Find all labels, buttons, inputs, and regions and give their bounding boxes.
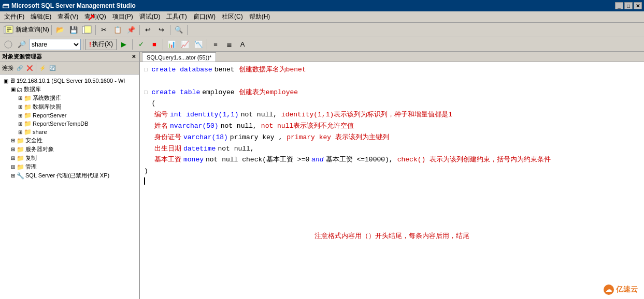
serverobj-label: 服务器对象 xyxy=(25,145,54,153)
tb2-btn7[interactable]: ≣ xyxy=(223,39,235,50)
tree-item-databases[interactable]: ▣ 🗂 数据库 xyxy=(0,85,139,94)
annotation-2: 创建表为employee xyxy=(239,87,298,98)
debug-run-btn[interactable]: ▶ xyxy=(118,39,130,50)
app-icon: 🗃 xyxy=(2,2,9,10)
expand-replication[interactable]: ⊞ xyxy=(9,155,17,161)
tb2-btn4[interactable]: 📈 xyxy=(179,39,191,50)
databases-label: 数据库 xyxy=(24,85,41,93)
tree-item-reporttempdb[interactable]: ⊞ 📁 ReportServerTempDB xyxy=(0,119,139,128)
menu-item[interactable]: 查看(V) xyxy=(54,11,81,22)
panel-filter-btn[interactable]: ⚡ xyxy=(38,64,47,73)
notnull-2: not null, xyxy=(221,121,257,132)
debug-btn[interactable]: 🔍 xyxy=(173,24,185,36)
paste-btn[interactable]: 📌 xyxy=(125,24,137,36)
annotation-xingming: not null表示该列不允许空值 xyxy=(261,121,354,132)
separator-1 xyxy=(51,25,52,35)
tree-item-share[interactable]: ⊞ 📁 share xyxy=(0,128,139,136)
cut-btn[interactable]: ✂ xyxy=(98,24,110,36)
panel-close-btn[interactable]: ✕ xyxy=(131,54,137,59)
editor-tab-active[interactable]: SQLQuery1.s...ator (55))* xyxy=(142,52,216,62)
expand-databases[interactable]: ▣ xyxy=(9,86,17,92)
database-selector[interactable]: share xyxy=(29,39,81,50)
copy-btn[interactable]: 📋 xyxy=(111,24,124,36)
expand-reporttempdb[interactable]: ⊞ xyxy=(17,121,24,127)
sqlagent-label: SQL Server 代理(已禁用代理 XP) xyxy=(25,172,109,180)
undo-btn[interactable]: ↩ xyxy=(142,24,154,36)
server-icon: 🖥 xyxy=(9,77,16,84)
expand-sqlagent[interactable]: ⊞ xyxy=(9,173,17,178)
separator-8 xyxy=(163,39,163,50)
kw-money: money xyxy=(183,155,204,166)
menu-bar: const menuData = JSON.parse(document.get… xyxy=(0,11,644,23)
tree-item-snapshots[interactable]: ⊞ 📁 数据库快照 xyxy=(0,102,139,111)
expand-management[interactable]: ⊞ xyxy=(9,164,17,170)
management-icon: 📁 xyxy=(17,163,24,171)
separator-3 xyxy=(139,25,140,35)
editor-tab-bar: SQLQuery1.s...ator (55))* xyxy=(140,52,644,62)
separator-7 xyxy=(132,39,133,50)
expand-security[interactable]: ⊞ xyxy=(9,138,17,143)
menu-item[interactable]: 查询(Q) xyxy=(81,11,109,22)
stop-btn[interactable]: ■ xyxy=(148,39,161,50)
tree-item-replication[interactable]: ⊞ 📁 复制 xyxy=(0,154,139,162)
save-all-btn[interactable] xyxy=(81,24,93,36)
expand-server[interactable]: ▣ xyxy=(2,78,9,84)
checkmark-btn[interactable]: ✓ xyxy=(135,39,147,50)
separator-4 xyxy=(170,25,170,35)
tb2-btn6[interactable]: ≡ xyxy=(209,39,222,50)
expand-reportserver[interactable]: ⊞ xyxy=(17,113,24,118)
new-query-btn[interactable] xyxy=(2,24,15,36)
menu-item[interactable]: 工具(T) xyxy=(163,11,190,22)
brace-open: ( xyxy=(152,98,156,109)
tb2-btn1[interactable] xyxy=(2,39,15,50)
maximize-button[interactable]: □ xyxy=(624,2,633,9)
left-panel: 对象资源管理器 ✕ 连接 🔗 ❌ ⚡ 🔄 ▣ 🖥 192.168.10.1 (S… xyxy=(0,52,140,299)
tree-item-management[interactable]: ⊞ 📁 管理 xyxy=(0,162,139,171)
close-button[interactable]: ✕ xyxy=(634,2,642,9)
minimize-button[interactable]: _ xyxy=(615,2,623,9)
menu-item[interactable]: 编辑(E) xyxy=(27,11,54,22)
menu-item[interactable]: 调试(D) xyxy=(136,11,164,22)
check-2: 基本工资 <=10000), xyxy=(326,155,393,166)
connect-label[interactable]: 连接 xyxy=(1,64,15,72)
tb2-btn8[interactable]: A xyxy=(236,39,249,50)
code-line-field-5: 基本工资 money not null check(基本工资 >=0 and 基… xyxy=(144,155,640,166)
tb2-btn2[interactable]: 🔎 xyxy=(16,39,28,50)
toolbar-2: 🔎 share ! 执行(X) ▶ ✓ ■ 📊 📈 📉 ≡ ≣ A xyxy=(0,37,644,52)
tree-item-serverobj[interactable]: ⊞ 📁 服务器对象 xyxy=(0,145,139,154)
save-btn[interactable]: 💾 xyxy=(67,24,80,36)
expand-sysdb[interactable]: ⊞ xyxy=(17,95,24,101)
field-xingming: 姓名 xyxy=(154,121,168,132)
menu-item[interactable]: 窗口(W) xyxy=(190,11,219,22)
menu-item[interactable]: 社区(C) xyxy=(219,11,246,22)
tb2-btn3[interactable]: 📊 xyxy=(165,39,178,50)
open-btn[interactable]: 📂 xyxy=(54,24,66,36)
serverobj-icon: 📁 xyxy=(17,146,24,153)
expand-snapshots[interactable]: ⊞ xyxy=(17,104,24,110)
expand-serverobj[interactable]: ⊞ xyxy=(9,146,17,152)
panel-tb-btn2[interactable]: ❌ xyxy=(25,64,34,73)
tree-item-sqlagent[interactable]: ⊞ 🔧 SQL Server 代理(已禁用代理 XP) xyxy=(0,171,139,180)
tb2-btn5[interactable]: 📉 xyxy=(192,39,205,50)
menu-item[interactable]: 项目(P) xyxy=(109,11,136,22)
menu-item[interactable]: 文件(F) xyxy=(1,11,27,22)
redo-btn[interactable]: ↪ xyxy=(155,24,168,36)
editor-area[interactable]: □ create database benet 创建数据库名为benet □ c… xyxy=(140,62,644,299)
svg-point-7 xyxy=(5,41,12,48)
panel-tb-btn1[interactable]: 🔗 xyxy=(15,64,24,73)
center-note: 注意格式内容用（）开头结尾，每条内容后用，结尾 xyxy=(144,226,640,247)
tree-item-server[interactable]: ▣ 🖥 192.168.10.1 (SQL Server 10.50.1600 … xyxy=(0,77,139,85)
panel-refresh-btn[interactable]: 🔄 xyxy=(48,64,57,73)
window-controls: _ □ ✕ xyxy=(615,2,642,9)
tab-label: SQLQuery1.s...ator (55))* xyxy=(147,54,211,61)
menu-item[interactable]: 帮助(H) xyxy=(246,11,274,22)
new-query-label[interactable]: 新建查询(N) xyxy=(16,25,49,34)
tree-item-reportserver[interactable]: ⊞ 📁 ReportServer xyxy=(0,111,139,119)
kw-and: and xyxy=(311,155,323,166)
kw-int: int identity(1,1) xyxy=(170,110,239,121)
expand-share[interactable]: ⊞ xyxy=(17,129,24,135)
tree-item-security[interactable]: ⊞ 📁 安全性 xyxy=(0,136,139,145)
execute-button[interactable]: ! 执行(X) xyxy=(85,39,117,50)
tree-item-sysdb[interactable]: ⊞ 📁 系统数据库 xyxy=(0,94,139,102)
separator-5 xyxy=(187,25,188,35)
